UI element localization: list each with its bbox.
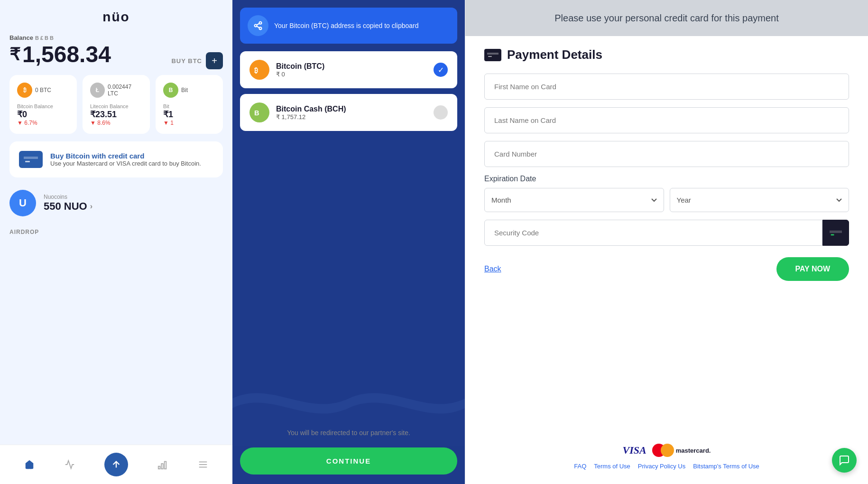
svg-point-10 (259, 22, 262, 24)
notification-text: Your Bitcoin (BTC) address is copied to … (274, 22, 419, 29)
security-row (484, 220, 849, 246)
payment-section: Payment Details Expiration Date Month 01… (465, 36, 868, 444)
app-logo: nüo (9, 9, 223, 25)
crypto-cards-row: ₿ 0 BTC Bitcoin Balance ₹0 ▼ 6.7% Ł 0.00… (9, 75, 223, 134)
pay-now-button[interactable]: PAY NOW (776, 257, 850, 281)
faq-link[interactable]: FAQ (574, 463, 586, 470)
svg-line-14 (257, 23, 259, 25)
chevron-right-icon: › (90, 202, 92, 211)
airdrop-label: AIRDROP (9, 229, 223, 235)
ltc-icon: Ł (90, 83, 105, 98)
nuo-coin-icon: U (9, 190, 36, 216)
buy-btc-row: BUY BTC + (171, 52, 223, 69)
privacy-link[interactable]: Privacy Policy Us (638, 463, 685, 470)
notice-text: Please use your personal credit card for… (484, 11, 849, 25)
bit-card: B Bit Bit ₹1 ▼ 1 (156, 75, 223, 134)
mc-text: mastercard. (676, 447, 711, 454)
buy-bitcoin-title: Buy Bitcoin with credit card (50, 152, 201, 160)
buy-bitcoin-desc: Use your Mastercard or VISA credit card … (50, 160, 201, 167)
bch-unselected-icon (434, 105, 448, 120)
nav-home[interactable] (24, 459, 35, 470)
ltc-card: Ł 0.002447 LTC Litecoin Balance ₹23.51 ▼… (83, 75, 150, 134)
notification-bar: Your Bitcoin (BTC) address is copied to … (240, 8, 457, 44)
buy-bitcoin-card[interactable]: Buy Bitcoin with credit card Use your Ma… (9, 141, 223, 177)
buy-btc-button[interactable]: BUY BTC (171, 57, 202, 65)
svg-point-11 (255, 25, 257, 27)
btc-currency-icon: ₿ (249, 60, 269, 80)
btc-icon: ₿ (17, 83, 32, 98)
mc-orange-circle (661, 444, 674, 457)
svg-text:B: B (254, 109, 259, 117)
credit-card-icon (19, 151, 43, 168)
btc-selected-icon: ✓ (434, 63, 448, 77)
bch-small-icon: B (163, 83, 178, 98)
svg-line-13 (257, 26, 259, 28)
terms-link[interactable]: Terms of Use (594, 463, 630, 470)
year-select[interactable]: Year 202420252026 202720282029 2030 (670, 188, 850, 212)
month-select[interactable]: Month 010203 040506 070809 101112 (484, 188, 664, 212)
currency-list: ₿ Bitcoin (BTC) ₹ 0 ✓ B Bitcoin Cash (BC… (240, 51, 457, 131)
svg-point-12 (259, 27, 262, 29)
nav-bars[interactable] (157, 459, 168, 470)
last-name-field (484, 107, 849, 133)
svg-rect-21 (830, 230, 842, 233)
expiration-row: Month 010203 040506 070809 101112 Year 2… (484, 188, 849, 212)
continue-button[interactable]: CONTINUE (240, 447, 457, 475)
security-icon-button[interactable] (822, 220, 849, 246)
footer-section: VISA mastercard. FAQ Terms of Use Privac… (465, 444, 868, 484)
bottom-nav (0, 445, 232, 484)
left-panel: nüo Balance B £ B B ₹ 1,568.34 BUY BTC +… (0, 0, 232, 484)
svg-rect-6 (165, 462, 166, 469)
first-name-input[interactable] (484, 74, 849, 100)
expiration-label: Expiration Date (484, 175, 849, 183)
svg-rect-19 (488, 56, 492, 57)
wave-section: You will be redirected to our partner's … (232, 140, 465, 484)
bch-currency-item[interactable]: B Bitcoin Cash (BCH) ₹ 1,757.12 (240, 94, 457, 131)
card-logos-row: VISA mastercard. (484, 444, 849, 457)
nav-menu[interactable] (198, 459, 208, 470)
last-name-input[interactable] (484, 107, 849, 133)
svg-rect-2 (25, 161, 30, 162)
svg-rect-4 (158, 466, 160, 469)
svg-text:₿: ₿ (254, 66, 258, 74)
footer-links: FAQ Terms of Use Privacy Policy Us Bitst… (484, 463, 849, 470)
btc-card: ₿ 0 BTC Bitcoin Balance ₹0 ▼ 6.7% (9, 75, 77, 134)
bitstamp-terms-link[interactable]: Bitstamp's Terms of Use (693, 463, 759, 470)
right-panel: Please use your personal credit card for… (465, 0, 868, 484)
mastercard-logo: mastercard. (652, 444, 711, 457)
redirect-text: You will be redirected to our partner's … (232, 429, 465, 437)
nav-chart[interactable] (65, 459, 75, 470)
security-code-input[interactable] (484, 220, 822, 246)
crypto-icons: B £ B B (35, 35, 54, 41)
nuocoins-row[interactable]: U Nuocoins 550 NUO › (9, 185, 223, 221)
payment-title: Payment Details (507, 47, 602, 62)
nuocoins-value: 550 NUO › (44, 200, 92, 213)
svg-rect-1 (24, 157, 38, 159)
svg-rect-22 (831, 234, 834, 235)
svg-rect-18 (487, 53, 499, 55)
card-number-field (484, 141, 849, 167)
balance-label: Balance B £ B B (9, 34, 223, 41)
visa-logo: VISA (623, 444, 646, 456)
svg-rect-17 (487, 51, 499, 59)
share-icon (248, 15, 268, 36)
nuocoins-label: Nuocoins (44, 194, 92, 200)
bch-currency-icon: B (249, 102, 269, 122)
card-number-input[interactable] (484, 141, 849, 167)
first-name-field (484, 74, 849, 100)
payment-card-icon (484, 49, 501, 61)
action-row: Back PAY NOW (484, 257, 849, 281)
chat-bubble-button[interactable] (832, 448, 857, 473)
btc-currency-item[interactable]: ₿ Bitcoin (BTC) ₹ 0 ✓ (240, 51, 457, 88)
svg-rect-5 (162, 464, 164, 469)
svg-rect-0 (24, 154, 38, 165)
add-button[interactable]: + (206, 52, 223, 69)
nav-upload-button[interactable] (104, 453, 128, 476)
middle-panel: Your Bitcoin (BTC) address is copied to … (232, 0, 465, 484)
notice-banner: Please use your personal credit card for… (465, 0, 868, 36)
back-link[interactable]: Back (484, 265, 501, 273)
